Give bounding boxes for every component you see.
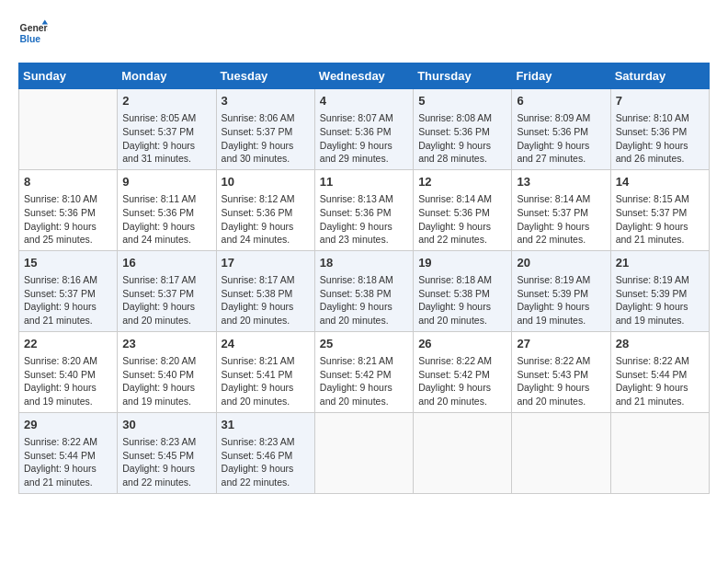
day-header-tuesday: Tuesday [216,63,314,89]
day-number: 28 [616,336,704,352]
calendar-cell: 5Sunrise: 8:08 AM Sunset: 5:36 PM Daylig… [414,89,512,170]
day-info: Sunrise: 8:20 AM Sunset: 5:40 PM Dayligh… [24,354,112,408]
day-number: 20 [517,255,605,271]
calendar-cell: 11Sunrise: 8:13 AM Sunset: 5:36 PM Dayli… [314,169,413,250]
day-info: Sunrise: 8:15 AM Sunset: 5:37 PM Dayligh… [616,192,704,247]
calendar-cell [414,412,512,493]
day-info: Sunrise: 8:23 AM Sunset: 5:45 PM Dayligh… [122,435,210,489]
calendar-cell: 20Sunrise: 8:19 AM Sunset: 5:39 PM Dayli… [512,250,610,331]
calendar-cell [610,412,709,493]
calendar-table: SundayMondayTuesdayWednesdayThursdayFrid… [18,63,710,494]
day-info: Sunrise: 8:21 AM Sunset: 5:41 PM Dayligh… [222,354,310,408]
calendar-cell: 31Sunrise: 8:23 AM Sunset: 5:46 PM Dayli… [216,412,314,493]
calendar-cell: 26Sunrise: 8:22 AM Sunset: 5:42 PM Dayli… [414,331,512,412]
day-number: 2 [122,93,210,109]
day-number: 6 [517,93,605,109]
logo: General Blue [18,18,48,48]
day-number: 10 [222,174,310,190]
day-number: 15 [24,255,112,271]
calendar-cell: 29Sunrise: 8:22 AM Sunset: 5:44 PM Dayli… [19,412,118,493]
calendar-cell: 23Sunrise: 8:20 AM Sunset: 5:40 PM Dayli… [118,331,216,412]
calendar-cell: 24Sunrise: 8:21 AM Sunset: 5:41 PM Dayli… [216,331,314,412]
day-info: Sunrise: 8:08 AM Sunset: 5:36 PM Dayligh… [418,111,506,166]
day-number: 24 [222,336,310,352]
day-info: Sunrise: 8:19 AM Sunset: 5:39 PM Dayligh… [616,273,704,327]
calendar-cell: 4Sunrise: 8:07 AM Sunset: 5:36 PM Daylig… [314,89,413,170]
svg-text:Blue: Blue [20,34,41,44]
calendar-cell: 3Sunrise: 8:06 AM Sunset: 5:37 PM Daylig… [216,89,314,170]
day-info: Sunrise: 8:09 AM Sunset: 5:36 PM Dayligh… [517,111,605,166]
calendar-cell: 19Sunrise: 8:18 AM Sunset: 5:38 PM Dayli… [414,250,512,331]
day-info: Sunrise: 8:16 AM Sunset: 5:37 PM Dayligh… [24,273,112,327]
day-header-saturday: Saturday [610,63,709,89]
calendar-cell: 27Sunrise: 8:22 AM Sunset: 5:43 PM Dayli… [512,331,610,412]
calendar-cell: 8Sunrise: 8:10 AM Sunset: 5:36 PM Daylig… [19,169,118,250]
day-info: Sunrise: 8:13 AM Sunset: 5:36 PM Dayligh… [320,192,408,247]
day-info: Sunrise: 8:10 AM Sunset: 5:36 PM Dayligh… [616,111,704,166]
day-info: Sunrise: 8:22 AM Sunset: 5:44 PM Dayligh… [24,435,112,489]
day-number: 12 [418,174,506,190]
calendar-cell [19,89,118,170]
day-number: 22 [24,336,112,352]
svg-text:General: General [20,23,48,33]
calendar-cell: 9Sunrise: 8:11 AM Sunset: 5:36 PM Daylig… [118,169,216,250]
calendar-cell: 22Sunrise: 8:20 AM Sunset: 5:40 PM Dayli… [19,331,118,412]
calendar-cell: 25Sunrise: 8:21 AM Sunset: 5:42 PM Dayli… [314,331,413,412]
day-number: 4 [320,93,408,109]
day-number: 7 [616,93,704,109]
day-header-sunday: Sunday [19,63,118,89]
day-header-thursday: Thursday [414,63,512,89]
day-number: 17 [222,255,310,271]
calendar-cell: 15Sunrise: 8:16 AM Sunset: 5:37 PM Dayli… [19,250,118,331]
calendar-cell: 6Sunrise: 8:09 AM Sunset: 5:36 PM Daylig… [512,89,610,170]
day-number: 9 [122,174,210,190]
calendar-cell: 13Sunrise: 8:14 AM Sunset: 5:37 PM Dayli… [512,169,610,250]
day-info: Sunrise: 8:06 AM Sunset: 5:37 PM Dayligh… [222,111,310,166]
day-header-wednesday: Wednesday [314,63,413,89]
day-number: 14 [616,174,704,190]
day-number: 25 [320,336,408,352]
day-info: Sunrise: 8:12 AM Sunset: 5:36 PM Dayligh… [222,192,310,247]
calendar-cell: 21Sunrise: 8:19 AM Sunset: 5:39 PM Dayli… [610,250,709,331]
calendar-cell: 30Sunrise: 8:23 AM Sunset: 5:45 PM Dayli… [118,412,216,493]
day-info: Sunrise: 8:05 AM Sunset: 5:37 PM Dayligh… [122,111,210,166]
day-number: 8 [24,174,112,190]
day-info: Sunrise: 8:11 AM Sunset: 5:36 PM Dayligh… [122,192,210,247]
day-number: 29 [24,417,112,433]
day-info: Sunrise: 8:21 AM Sunset: 5:42 PM Dayligh… [320,354,408,408]
day-number: 27 [517,336,605,352]
calendar-cell: 16Sunrise: 8:17 AM Sunset: 5:37 PM Dayli… [118,250,216,331]
day-number: 5 [418,93,506,109]
day-info: Sunrise: 8:10 AM Sunset: 5:36 PM Dayligh… [24,192,112,247]
calendar-cell: 28Sunrise: 8:22 AM Sunset: 5:44 PM Dayli… [610,331,709,412]
day-number: 30 [122,417,210,433]
day-info: Sunrise: 8:20 AM Sunset: 5:40 PM Dayligh… [122,354,210,408]
calendar-cell: 12Sunrise: 8:14 AM Sunset: 5:36 PM Dayli… [414,169,512,250]
day-header-friday: Friday [512,63,610,89]
day-info: Sunrise: 8:07 AM Sunset: 5:36 PM Dayligh… [320,111,408,166]
calendar-cell: 2Sunrise: 8:05 AM Sunset: 5:37 PM Daylig… [118,89,216,170]
calendar-cell [512,412,610,493]
day-info: Sunrise: 8:22 AM Sunset: 5:42 PM Dayligh… [418,354,506,408]
day-info: Sunrise: 8:14 AM Sunset: 5:36 PM Dayligh… [418,192,506,247]
calendar-cell: 10Sunrise: 8:12 AM Sunset: 5:36 PM Dayli… [216,169,314,250]
day-number: 31 [222,417,310,433]
day-number: 3 [222,93,310,109]
calendar-cell: 7Sunrise: 8:10 AM Sunset: 5:36 PM Daylig… [610,89,709,170]
day-info: Sunrise: 8:14 AM Sunset: 5:37 PM Dayligh… [517,192,605,247]
day-number: 16 [122,255,210,271]
logo-icon: General Blue [18,18,48,48]
page-header: General Blue [18,18,710,48]
day-info: Sunrise: 8:22 AM Sunset: 5:43 PM Dayligh… [517,354,605,408]
day-info: Sunrise: 8:23 AM Sunset: 5:46 PM Dayligh… [222,435,310,489]
day-number: 23 [122,336,210,352]
day-info: Sunrise: 8:17 AM Sunset: 5:37 PM Dayligh… [122,273,210,327]
day-info: Sunrise: 8:19 AM Sunset: 5:39 PM Dayligh… [517,273,605,327]
day-info: Sunrise: 8:22 AM Sunset: 5:44 PM Dayligh… [616,354,704,408]
day-number: 13 [517,174,605,190]
day-number: 26 [418,336,506,352]
day-header-monday: Monday [118,63,216,89]
day-number: 11 [320,174,408,190]
svg-marker-2 [42,20,48,25]
calendar-cell [314,412,413,493]
